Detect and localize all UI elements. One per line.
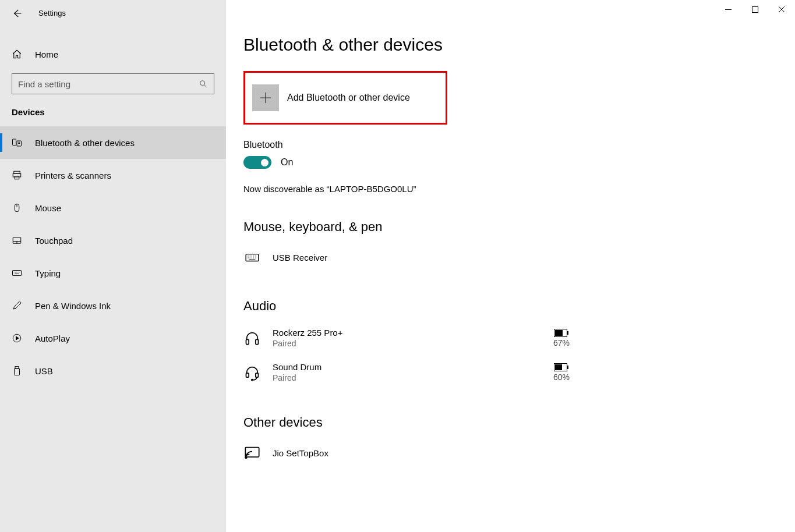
svg-rect-24 xyxy=(555,364,562,370)
svg-rect-14 xyxy=(246,339,249,344)
svg-rect-11 xyxy=(15,368,20,375)
discoverable-text: Now discoverable as “LAPTOP-B5DGO0LU” xyxy=(243,184,778,194)
svg-rect-10 xyxy=(15,367,19,369)
device-status: Paired xyxy=(273,373,542,382)
device-name: Sound Drum xyxy=(273,362,542,372)
section-mouse-title: Mouse, keyboard, & pen xyxy=(243,219,778,235)
svg-rect-12 xyxy=(752,6,758,12)
headphones-icon xyxy=(243,329,261,347)
keyboard-icon xyxy=(12,268,22,278)
plus-icon xyxy=(252,84,279,111)
sidebar: Settings Home Devices Bl xyxy=(0,0,226,532)
svg-rect-3 xyxy=(14,171,20,173)
usb-icon xyxy=(12,366,22,376)
home-label: Home xyxy=(35,49,58,59)
svg-point-26 xyxy=(245,457,246,458)
sidebar-item-mouse[interactable]: Mouse xyxy=(0,191,226,224)
device-status: Paired xyxy=(273,339,542,348)
device-row[interactable]: USB Receiver xyxy=(243,242,570,273)
autoplay-icon xyxy=(12,333,22,343)
svg-point-0 xyxy=(200,81,205,86)
device-battery: 67% xyxy=(553,329,570,347)
sidebar-item-label: USB xyxy=(35,366,53,376)
svg-rect-23 xyxy=(567,366,568,369)
pen-icon xyxy=(12,300,22,311)
svg-rect-19 xyxy=(246,373,249,377)
sidebar-item-printers[interactable]: Printers & scanners xyxy=(0,159,226,191)
bluetooth-label: Bluetooth xyxy=(243,140,778,150)
svg-rect-4 xyxy=(13,173,21,177)
page-title: Bluetooth & other devices xyxy=(243,35,778,55)
bluetooth-toggle-state: On xyxy=(281,157,293,168)
cast-icon xyxy=(243,444,261,462)
svg-rect-1 xyxy=(13,139,16,146)
sidebar-item-label: Touchpad xyxy=(35,236,73,246)
device-name: Rockerz 255 Pro+ xyxy=(273,328,542,338)
device-row[interactable]: Rockerz 255 Pro+ Paired 67% xyxy=(243,321,570,355)
minimize-button[interactable] xyxy=(715,0,741,19)
sidebar-item-typing[interactable]: Typing xyxy=(0,257,226,289)
sidebar-item-label: Mouse xyxy=(35,203,61,213)
sidebar-item-usb[interactable]: USB xyxy=(0,354,226,387)
sidebar-item-label: Pen & Windows Ink xyxy=(35,301,111,311)
touchpad-icon xyxy=(12,235,22,246)
add-device-label: Add Bluetooth or other device xyxy=(287,93,410,103)
section-other-title: Other devices xyxy=(243,415,778,430)
svg-rect-18 xyxy=(555,330,563,336)
svg-point-21 xyxy=(252,379,253,380)
main-content: Bluetooth & other devices Add Bluetooth … xyxy=(226,0,795,532)
search-icon xyxy=(199,79,208,88)
home-link[interactable]: Home xyxy=(0,41,226,68)
sidebar-item-bluetooth[interactable]: Bluetooth & other devices xyxy=(0,126,226,159)
bluetooth-toggle[interactable] xyxy=(243,156,271,169)
close-button[interactable] xyxy=(768,0,795,19)
device-row[interactable]: Sound Drum Paired 60% xyxy=(243,355,570,389)
add-device-button[interactable]: Add Bluetooth or other device xyxy=(243,71,447,125)
maximize-button[interactable] xyxy=(741,0,768,19)
section-audio-title: Audio xyxy=(243,299,778,314)
bluetooth-devices-icon xyxy=(12,137,22,148)
sidebar-section-header: Devices xyxy=(0,94,226,126)
device-battery: 60% xyxy=(553,363,570,382)
keyboard-icon xyxy=(243,249,261,266)
search-input[interactable] xyxy=(18,79,199,89)
sidebar-item-pen-ink[interactable]: Pen & Windows Ink xyxy=(0,289,226,322)
back-button[interactable] xyxy=(12,8,22,19)
home-icon xyxy=(12,49,22,59)
svg-rect-15 xyxy=(256,339,259,344)
svg-rect-25 xyxy=(245,448,259,457)
headset-icon xyxy=(243,364,261,381)
search-input-wrap[interactable] xyxy=(12,73,214,94)
sidebar-item-label: Printers & scanners xyxy=(35,171,111,180)
window-controls xyxy=(715,0,795,19)
mouse-icon xyxy=(12,203,22,213)
app-title: Settings xyxy=(38,9,66,17)
sidebar-item-autoplay[interactable]: AutoPlay xyxy=(0,322,226,354)
svg-rect-8 xyxy=(13,271,22,276)
device-row[interactable]: Jio SetTopBox xyxy=(243,437,570,469)
sidebar-item-label: Typing xyxy=(35,268,61,278)
svg-rect-17 xyxy=(567,331,568,335)
device-name: USB Receiver xyxy=(273,253,570,263)
sidebar-item-touchpad[interactable]: Touchpad xyxy=(0,224,226,257)
svg-rect-20 xyxy=(256,373,259,377)
titlebar-left: Settings xyxy=(0,0,226,26)
svg-rect-5 xyxy=(15,176,19,179)
sidebar-item-label: Bluetooth & other devices xyxy=(35,138,135,148)
device-name: Jio SetTopBox xyxy=(273,448,570,458)
sidebar-item-label: AutoPlay xyxy=(35,334,70,343)
printer-icon xyxy=(12,170,22,180)
